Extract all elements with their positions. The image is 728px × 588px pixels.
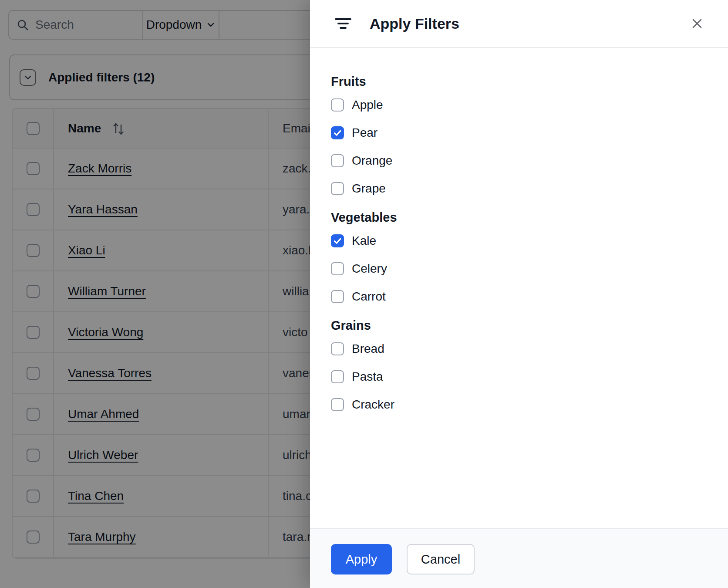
filter-option[interactable]: Orange — [331, 154, 711, 167]
filter-option-label: Cracker — [352, 398, 394, 411]
filter-option[interactable]: Celery — [331, 262, 711, 275]
filter-group: Vegetables Kale Celery Carrot — [331, 210, 711, 303]
check-icon — [333, 128, 342, 138]
filter-option-label: Orange — [352, 154, 392, 167]
checkbox[interactable] — [331, 290, 344, 303]
checkbox[interactable] — [331, 398, 344, 411]
filter-option[interactable]: Carrot — [331, 290, 711, 303]
drawer-header: Apply Filters — [310, 0, 728, 48]
filter-options: Kale Celery Carrot — [331, 234, 711, 303]
filter-option-label: Kale — [352, 234, 376, 247]
filter-option-label: Celery — [352, 262, 387, 275]
filter-group-title: Grains — [331, 318, 711, 333]
close-button[interactable] — [690, 16, 704, 31]
filter-group: Grains Bread Pasta Cracker — [331, 318, 711, 411]
filter-option[interactable]: Kale — [331, 234, 711, 247]
filter-option[interactable]: Grape — [331, 182, 711, 195]
checkbox[interactable] — [331, 154, 344, 167]
filter-groups: Fruits Apple Pear Orange — [310, 48, 728, 528]
filter-option-label: Pasta — [352, 370, 383, 383]
filter-group-title: Vegetables — [331, 210, 711, 225]
checkbox[interactable] — [331, 342, 344, 355]
filter-option-label: Pear — [352, 126, 377, 139]
filter-option-label: Apple — [352, 98, 383, 112]
filter-group: Fruits Apple Pear Orange — [331, 74, 711, 195]
filter-group-title: Fruits — [331, 74, 711, 89]
filter-option-label: Bread — [352, 342, 384, 355]
filter-options: Apple Pear Orange Grape — [331, 98, 711, 195]
checkbox[interactable] — [331, 234, 344, 247]
filter-option[interactable]: Bread — [331, 342, 711, 355]
filter-option-label: Carrot — [352, 290, 386, 303]
filter-option[interactable]: Apple — [331, 98, 711, 112]
filter-lines-icon — [334, 17, 352, 30]
check-icon — [333, 236, 342, 246]
drawer-title: Apply Filters — [370, 15, 459, 32]
close-icon — [691, 18, 703, 29]
apply-button[interactable]: Apply — [331, 544, 392, 574]
apply-filters-drawer: Apply Filters Fruits Apple Pear — [310, 0, 728, 588]
filter-option-label: Grape — [352, 182, 386, 195]
filter-options: Bread Pasta Cracker — [331, 342, 711, 411]
cancel-button[interactable]: Cancel — [407, 544, 475, 574]
checkbox[interactable] — [331, 370, 344, 383]
filter-option[interactable]: Cracker — [331, 398, 711, 411]
drawer-footer: Apply Cancel — [310, 528, 728, 588]
filter-option[interactable]: Pasta — [331, 370, 711, 383]
checkbox[interactable] — [331, 182, 344, 195]
checkbox[interactable] — [331, 126, 344, 139]
checkbox[interactable] — [331, 262, 344, 275]
filter-option[interactable]: Pear — [331, 126, 711, 139]
checkbox[interactable] — [331, 98, 344, 112]
